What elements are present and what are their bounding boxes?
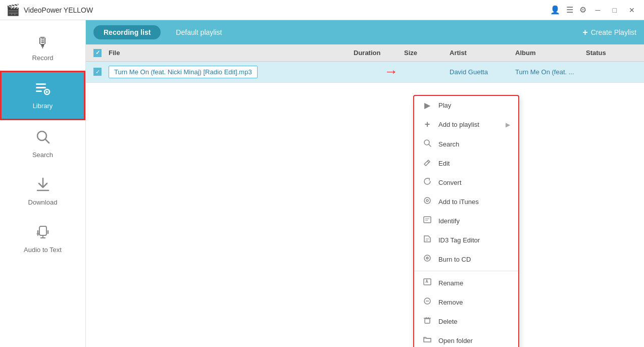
col-artist: Artist	[450, 49, 515, 57]
submenu-arrow-icon: ▶	[506, 121, 510, 128]
sidebar-item-download-label: Download	[28, 199, 58, 206]
menu-item-edit[interactable]: Edit	[414, 154, 518, 173]
burn-to-cd-icon	[422, 254, 432, 264]
menu-item-burn-to-cd[interactable]: Burn to CD	[414, 250, 518, 269]
menu-item-add-to-itunes[interactable]: Add to iTunes	[414, 192, 518, 211]
menu-burn-to-cd-label: Burn to CD	[438, 256, 471, 263]
sidebar-item-search[interactable]: Search	[0, 120, 85, 168]
sidebar-item-record-label: Record	[32, 54, 54, 62]
menu-remove-label: Remove	[438, 299, 463, 306]
sidebar-item-search-label: Search	[32, 151, 53, 159]
svg-rect-19	[424, 217, 431, 223]
svg-line-16	[427, 161, 429, 163]
create-playlist-label: Create Playlist	[591, 28, 636, 36]
tab-default-playlist[interactable]: Default playlist	[166, 25, 232, 39]
titlebar: 🎬 VideoPower YELLOW 👤 ☰ ⚙ ─ □ ✕	[0, 0, 644, 20]
menu-item-remove[interactable]: Remove	[414, 292, 518, 312]
plus-icon: +	[582, 27, 588, 38]
tab-recording-list[interactable]: Recording list	[93, 25, 161, 39]
minimize-button[interactable]: ─	[592, 5, 604, 15]
menu-search-icon	[422, 139, 432, 149]
record-icon: 🎙	[36, 34, 50, 51]
svg-rect-2	[36, 90, 42, 92]
menu-delete-label: Delete	[438, 318, 458, 325]
add-to-itunes-icon	[422, 196, 432, 207]
row-artist: David Guetta	[450, 68, 515, 76]
sidebar: 🎙 Record Library Sea	[0, 20, 86, 347]
svg-rect-31	[425, 319, 430, 323]
filelist: ✓ File Duration Size Artist Album Status…	[86, 44, 644, 347]
menu-play-label: Play	[438, 102, 451, 109]
menu-item-play[interactable]: ▶ Play	[414, 96, 518, 115]
row-album: Turn Me On (feat. ...	[515, 68, 586, 76]
menu-item-id3-tag-editor[interactable]: ID3 Tag Editor	[414, 230, 518, 250]
add-to-playlist-icon: +	[422, 119, 432, 130]
menu-item-convert[interactable]: Convert	[414, 173, 518, 192]
row-checkbox[interactable]: ✓	[93, 68, 102, 76]
app-logo: 🎬	[6, 4, 20, 17]
account-icon[interactable]: 👤	[550, 5, 560, 15]
col-album: Album	[515, 49, 586, 57]
search-nav-icon	[35, 129, 51, 148]
menu-item-open-folder[interactable]: Open folder	[414, 331, 518, 347]
app-title: VideoPower YELLOW	[24, 6, 93, 14]
list-icon[interactable]: ☰	[566, 5, 573, 15]
sidebar-item-audio-to-text[interactable]: Audio to Text	[0, 215, 85, 263]
svg-line-15	[429, 144, 431, 146]
col-size: Size	[404, 49, 450, 57]
col-file: File	[109, 49, 354, 57]
menu-convert-label: Convert	[438, 179, 462, 186]
close-button[interactable]: ✕	[626, 5, 638, 15]
id3-tag-icon	[422, 235, 432, 245]
open-folder-icon	[422, 335, 432, 345]
tabbar: Recording list Default playlist + Create…	[86, 20, 644, 44]
create-playlist-button[interactable]: + Create Playlist	[582, 27, 636, 38]
menu-item-search[interactable]: Search	[414, 134, 518, 154]
settings-icon[interactable]: ⚙	[579, 5, 586, 15]
table-row[interactable]: ✓ Turn Me On (feat. Nicki Minaj) [Radio …	[86, 62, 644, 83]
menu-identify-label: Identify	[438, 217, 460, 225]
menu-search-label: Search	[438, 140, 459, 148]
svg-point-26	[427, 258, 428, 259]
menu-add-to-itunes-label: Add to iTunes	[438, 198, 479, 206]
menu-edit-label: Edit	[438, 160, 450, 167]
delete-icon	[422, 316, 432, 326]
menu-item-identify[interactable]: Identify	[414, 211, 518, 230]
col-duration: Duration	[354, 49, 404, 57]
sidebar-item-record[interactable]: 🎙 Record	[0, 25, 85, 71]
identify-icon	[422, 216, 432, 226]
rename-icon	[422, 278, 432, 288]
sidebar-item-audio-to-text-label: Audio to Text	[24, 246, 62, 254]
svg-point-17	[424, 197, 430, 204]
edit-icon	[422, 158, 432, 168]
context-menu-arrow: →	[384, 64, 398, 80]
menu-item-delete[interactable]: Delete	[414, 312, 518, 331]
download-nav-icon	[35, 177, 51, 195]
svg-line-6	[45, 139, 49, 143]
select-all-checkbox[interactable]: ✓	[93, 49, 102, 57]
menu-separator	[414, 271, 518, 271]
audio-to-text-nav-icon	[35, 224, 51, 243]
menu-item-add-to-playlist[interactable]: + Add to playlist ▶	[414, 115, 518, 134]
svg-rect-1	[36, 87, 46, 88]
tabbar-left: Recording list Default playlist	[93, 25, 232, 39]
sidebar-item-library[interactable]: Library	[0, 71, 85, 120]
row-file-cell: Turn Me On (feat. Nicki Minaj) [Radio Ed…	[109, 66, 354, 78]
svg-rect-9	[39, 226, 46, 235]
context-menu: ▶ Play + Add to playlist ▶ Search	[413, 95, 519, 347]
table-header: ✓ File Duration Size Artist Album Status	[86, 44, 644, 62]
svg-point-18	[426, 200, 428, 202]
main-content: Recording list Default playlist + Create…	[86, 20, 644, 347]
sidebar-item-download[interactable]: Download	[0, 168, 85, 215]
maximize-button[interactable]: □	[610, 5, 620, 15]
play-icon: ▶	[422, 101, 432, 110]
file-name: Turn Me On (feat. Nicki Minaj) [Radio Ed…	[109, 66, 258, 78]
row-checkbox-cell: ✓	[93, 68, 109, 76]
menu-item-rename[interactable]: Rename	[414, 273, 518, 292]
svg-rect-0	[36, 83, 46, 85]
sidebar-item-library-label: Library	[33, 102, 53, 110]
titlebar-left: 🎬 VideoPower YELLOW	[6, 4, 93, 17]
header-check: ✓	[93, 48, 109, 57]
library-icon	[35, 81, 51, 99]
remove-icon	[422, 297, 432, 307]
